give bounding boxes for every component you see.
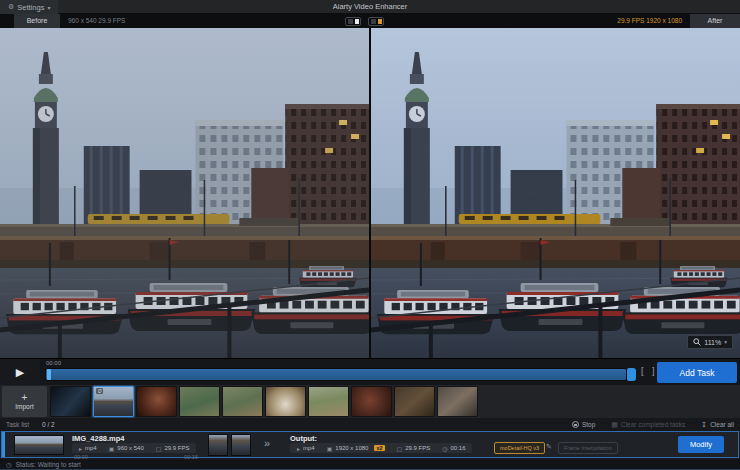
play-icon: ▶	[16, 366, 24, 379]
status-text: Status: Waiting to start	[16, 461, 81, 468]
clear-completed-label: Clear completed tasks	[621, 421, 685, 428]
output-label: Output:	[290, 434, 317, 443]
format-icon: ▸	[79, 445, 82, 452]
play-button[interactable]: ▶	[0, 359, 40, 386]
current-time: 00:00	[46, 360, 61, 366]
fps-icon: ▢	[156, 445, 162, 452]
timeline-track[interactable]	[45, 368, 627, 381]
chevron-down-icon: ▾	[724, 339, 727, 345]
video-thumbnail-movie-night[interactable]	[50, 386, 91, 417]
clear-completed-icon: ▦	[611, 421, 618, 429]
video-thumbnail-kids-court[interactable]	[308, 386, 349, 417]
app-window: ⚙ Settings ▾ Aiarty Video Enhancer Befor…	[0, 0, 740, 470]
resolution-icon: ▣	[327, 445, 333, 452]
chevron-down-icon: ▾	[47, 4, 50, 11]
clear-all-icon: ↧	[701, 421, 707, 429]
task-selected-accent	[2, 432, 5, 457]
task-thumbnail	[14, 435, 64, 455]
source-format: ▸ mp4	[79, 445, 97, 452]
scale-badge: x2	[374, 445, 384, 451]
import-label: Import	[15, 403, 33, 410]
video-thumbnail-bronze-sculpture[interactable]	[136, 386, 177, 417]
output-duration-value: 00:16	[450, 445, 465, 451]
timeline-bar: ▶ 00:00 [ ] Add Task	[0, 358, 740, 385]
video-thumbnail-autumn-trees[interactable]	[394, 386, 435, 417]
after-preview-pane[interactable]: 111% ▾	[371, 28, 740, 358]
source-fps: ▢ 29.9 FPS	[156, 445, 190, 452]
clear-all-label: Clear all	[710, 421, 734, 428]
video-thumbnail-playground-a[interactable]	[179, 386, 220, 417]
before-resolution-info: 960 x 540 29.9 FPS	[68, 14, 125, 28]
preview-header: Before 960 x 540 29.9 FPS 29.9 FPS 1920 …	[0, 14, 740, 28]
source-fps-value: 29.9 FPS	[164, 445, 189, 451]
video-thumbnail-red-foliage[interactable]	[351, 386, 392, 417]
output-fps-value: 29.9 FPS	[405, 445, 430, 451]
format-icon: ▸	[297, 445, 300, 452]
preview-area: 111% ▾	[0, 28, 740, 358]
thumbnail-badge: 0	[96, 388, 103, 394]
frame-interpolation-badge[interactable]: Frame Interpolation	[558, 442, 618, 454]
zoom-control[interactable]: 111% ▾	[687, 335, 733, 349]
stop-button[interactable]: Stop	[572, 421, 595, 428]
video-thumbnail-cat-sofa[interactable]	[437, 386, 478, 417]
output-fps: ▢ 29.9 FPS	[397, 445, 431, 452]
resolution-icon: ▣	[109, 445, 115, 452]
source-resolution-value: 960 x 540	[117, 445, 143, 451]
thumbnail-strip: 0	[50, 386, 478, 417]
playhead-handle[interactable]	[47, 369, 51, 380]
source-format-value: mp4	[85, 445, 97, 451]
ai-model-badge[interactable]: moDetail-HQ v3	[494, 442, 545, 454]
settings-button[interactable]: ⚙ Settings ▾	[0, 0, 58, 14]
task-row[interactable]: IMG_4288.mp4 ▸ mp4 ▣ 960 x 540 ▢ 29.9 FP…	[1, 431, 739, 458]
output-duration: ◷ 00:16	[442, 445, 465, 452]
task-list-header: Task list 0 / 2 Stop ▦ Clear completed t…	[0, 418, 740, 431]
task-list-count: 0 / 2	[42, 418, 55, 431]
source-info-pill: ▸ mp4 ▣ 960 x 540 ▢ 29.9 FPS	[72, 443, 196, 453]
output-format-value: mp4	[303, 445, 315, 451]
source-resolution: ▣ 960 x 540	[109, 445, 144, 452]
output-resolution-value: 1920 x 1080	[335, 445, 368, 451]
zoom-level: 111%	[704, 339, 721, 346]
compare-toggle-before-icon[interactable]	[345, 17, 361, 26]
video-thumbnail-white-dog[interactable]	[265, 386, 306, 417]
preview-region-brackets-icon[interactable]: [ ]	[641, 366, 658, 376]
status-clock-icon: ◷	[6, 461, 12, 469]
add-task-button[interactable]: Add Task	[657, 362, 737, 383]
clear-completed-button[interactable]: ▦ Clear completed tasks	[611, 421, 685, 429]
video-thumbnail-playground-b[interactable]	[222, 386, 263, 417]
compare-toggle-after-icon[interactable]	[368, 17, 384, 26]
stop-icon	[572, 421, 579, 428]
output-info-pill: ▸ mp4 ▣ 1920 x 1080 x2 ▢ 29.9 FPS ◷ 00:1…	[290, 443, 472, 453]
task-list-controls: Stop ▦ Clear completed tasks ↧ Clear all	[572, 418, 734, 431]
before-preview-pane[interactable]	[0, 28, 369, 358]
output-resolution: ▣ 1920 x 1080 x2	[327, 445, 385, 452]
task-list-label: Task list	[6, 418, 29, 431]
import-strip: + Import 0	[0, 385, 740, 418]
gear-icon: ⚙	[8, 3, 14, 11]
crop-preview-1	[208, 434, 228, 456]
after-resolution-info: 29.9 FPS 1920 x 1080	[617, 14, 682, 28]
video-thumbnail-harbor[interactable]: 0	[93, 386, 134, 417]
tab-before[interactable]: Before	[14, 14, 60, 28]
clear-all-button[interactable]: ↧ Clear all	[701, 421, 734, 429]
fps-icon: ▢	[397, 445, 403, 452]
plus-icon: +	[22, 393, 28, 402]
import-button[interactable]: + Import	[2, 386, 47, 417]
trim-end-marker-icon[interactable]	[627, 368, 636, 381]
output-format: ▸ mp4	[297, 445, 315, 452]
crop-preview-2	[231, 434, 251, 456]
task-filename: IMG_4288.mp4	[72, 434, 125, 443]
clock-icon: ◷	[442, 445, 447, 452]
titlebar: ⚙ Settings ▾ Aiarty Video Enhancer	[0, 0, 740, 14]
settings-label: Settings	[17, 3, 44, 12]
status-bar: ◷ Status: Waiting to start	[0, 459, 740, 470]
app-title: Aiarty Video Enhancer	[0, 0, 740, 14]
stop-label: Stop	[582, 421, 595, 428]
tab-after[interactable]: After	[690, 14, 740, 28]
magnifier-icon	[693, 338, 701, 346]
double-chevron-icon: »	[264, 437, 270, 449]
pencil-icon[interactable]: ✎	[546, 443, 552, 451]
modify-button[interactable]: Modify	[678, 436, 724, 453]
